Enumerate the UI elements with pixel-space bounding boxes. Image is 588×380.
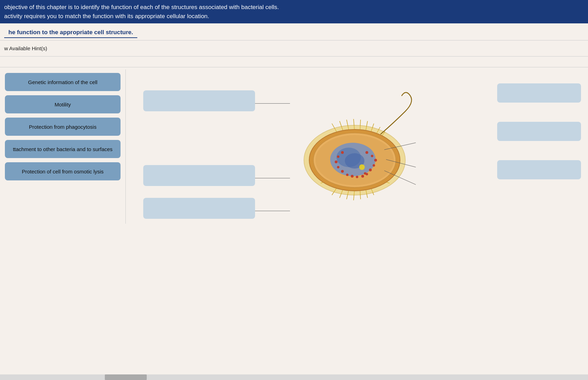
svg-point-50: [346, 174, 349, 176]
right-drop-zones: [490, 76, 588, 183]
drag-item-2[interactable]: Motility: [5, 95, 121, 113]
scrollbar-thumb[interactable]: [105, 374, 147, 380]
dz-right-3-wrapper: [497, 160, 581, 179]
dz-right-1-wrapper: [497, 83, 581, 103]
svg-point-44: [337, 166, 340, 169]
connector-mid: [255, 178, 290, 178]
drag-item-3[interactable]: Protection from phagocytosis: [5, 118, 121, 136]
drag-item-1[interactable]: Genetic information of the cell: [5, 73, 121, 91]
svg-point-35: [365, 151, 368, 154]
drag-item-5[interactable]: Protection of cell from osmotic lysis: [5, 162, 121, 180]
drop-zone-center-1[interactable]: [143, 90, 255, 111]
svg-point-49: [351, 175, 354, 178]
center-drop-zones: [126, 69, 255, 224]
hint-label[interactable]: w Available Hint(s): [4, 45, 47, 51]
scrollbar-track[interactable]: [0, 374, 588, 380]
svg-point-47: [361, 175, 364, 178]
svg-point-38: [373, 164, 375, 167]
svg-point-43: [335, 161, 337, 163]
divider-1: [0, 40, 588, 40]
drag-item-4[interactable]: ttachment to other bacteria and to surfa…: [5, 140, 121, 158]
svg-point-42: [337, 156, 340, 158]
divider-2: [0, 56, 588, 57]
drop-zone-center-2[interactable]: [143, 165, 255, 186]
svg-point-41: [341, 151, 344, 154]
dz-bot-wrapper: [143, 198, 255, 224]
page-container: objective of this chapter is to identify…: [0, 0, 588, 380]
drop-zone-right-2[interactable]: [497, 122, 581, 141]
drop-zone-right-1[interactable]: [497, 83, 581, 103]
connector-top: [255, 103, 290, 104]
instruction-text: he function to the appropriate cell stru…: [4, 26, 137, 38]
svg-point-37: [374, 159, 377, 162]
drop-zone-center-3[interactable]: [143, 198, 255, 219]
dz-top-wrapper: [143, 90, 255, 116]
drop-zone-right-3[interactable]: [497, 160, 581, 179]
left-panel: Genetic information of the cell Motility…: [0, 69, 126, 224]
header-line1: objective of this chapter is to identify…: [4, 3, 584, 12]
center-area: [126, 69, 588, 224]
header-section: objective of this chapter is to identify…: [0, 0, 588, 23]
header-line2: activity requires you to match the funct…: [4, 12, 584, 21]
dz-right-2-wrapper: [497, 122, 581, 141]
content-wrapper: Genetic information of the cell Motility…: [0, 69, 588, 224]
svg-point-36: [371, 155, 373, 157]
svg-point-39: [369, 169, 372, 171]
bacterial-cell-illustration: [259, 66, 451, 251]
svg-point-45: [341, 170, 344, 173]
svg-point-51: [359, 164, 365, 170]
connector-bot: [255, 211, 290, 211]
svg-point-48: [356, 176, 358, 178]
hint-section[interactable]: w Available Hint(s): [0, 43, 588, 54]
svg-point-46: [366, 173, 368, 176]
dz-mid-wrapper: [143, 165, 255, 191]
